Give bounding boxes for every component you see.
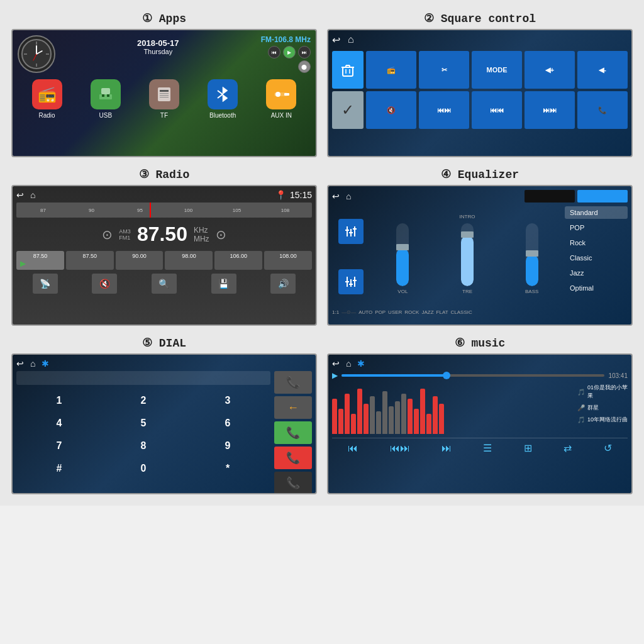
eq-bottom-bar: 1:1 —⊙— AUTO POP USER ROCK JAZZ FLAT CLA… bbox=[332, 309, 628, 315]
eq-back-icon[interactable]: ↩ bbox=[332, 191, 340, 201]
radio-back-icon[interactable]: ↩ bbox=[16, 190, 24, 200]
preset-2[interactable]: 87.50 bbox=[66, 251, 114, 270]
svg-line-19 bbox=[218, 94, 223, 98]
contacts-btn[interactable]: 📞 bbox=[274, 472, 312, 494]
eq-bar-6 bbox=[370, 396, 375, 434]
key-9[interactable]: 9 bbox=[187, 436, 268, 455]
music-prev-btn[interactable]: ⏮ bbox=[344, 441, 362, 455]
app-icon-auxin[interactable]: AUX IN bbox=[266, 79, 296, 119]
key-8[interactable]: 8 bbox=[103, 436, 184, 455]
eq-icon-2[interactable] bbox=[338, 269, 364, 294]
app-icon-radio[interactable]: 📻 Radio bbox=[32, 79, 62, 119]
freq-next-btn[interactable]: ⊙ bbox=[216, 227, 226, 242]
app-icon-bluetooth[interactable]: Bluetooth bbox=[208, 79, 238, 119]
save-btn[interactable]: 💾 bbox=[211, 274, 236, 294]
back-icon[interactable]: ↩ bbox=[332, 34, 340, 46]
preset-4[interactable]: 98.00 bbox=[165, 251, 213, 270]
dial-home-icon[interactable]: ⌂ bbox=[30, 358, 35, 369]
cast-btn[interactable]: 📡 bbox=[33, 274, 58, 294]
progress-track[interactable] bbox=[341, 374, 604, 377]
key-3[interactable]: 3 bbox=[187, 391, 268, 410]
music-nav: ↩ ⌂ ✱ bbox=[332, 358, 628, 369]
radio-home-icon[interactable]: ⌂ bbox=[30, 190, 35, 200]
trash-btn[interactable] bbox=[332, 51, 364, 89]
preset-3[interactable]: 90.00 bbox=[116, 251, 164, 270]
sq-btn-vol-up[interactable]: ◀+ bbox=[525, 51, 575, 89]
search-btn[interactable]: 🔍 bbox=[152, 274, 177, 294]
preset-classic[interactable]: Classic bbox=[565, 252, 628, 264]
call-btn[interactable]: 📞 bbox=[274, 421, 312, 444]
section-title-music: ⑥ music bbox=[455, 336, 506, 350]
sq-btn-scissors[interactable]: ✂ bbox=[419, 51, 469, 89]
backspace-btn[interactable]: ← bbox=[274, 396, 312, 419]
radio-controls: 📡 🔇 🔍 💾 🔊 bbox=[16, 274, 312, 294]
key-6[interactable]: 6 bbox=[187, 414, 268, 433]
sq-btn-mode[interactable]: MODE bbox=[472, 51, 522, 89]
vol-btn[interactable]: 🔊 bbox=[270, 274, 296, 294]
music-next-btn[interactable]: ⏭ bbox=[438, 441, 455, 455]
track-3[interactable]: 🎵 10年网络流行曲 bbox=[577, 416, 628, 424]
dial-bluetooth-icon: ✱ bbox=[42, 358, 49, 369]
location-icon: 📍 bbox=[275, 190, 286, 200]
phone-icon-btn[interactable]: 📞 bbox=[274, 371, 312, 394]
music-shuffle-btn[interactable]: ⇄ bbox=[560, 441, 575, 455]
eq-icon-1[interactable] bbox=[338, 219, 364, 244]
eq-preset-bar bbox=[525, 190, 575, 203]
key-7[interactable]: 7 bbox=[19, 436, 99, 455]
tre-slider[interactable] bbox=[461, 223, 474, 286]
prev-btn[interactable]: ⏮ bbox=[268, 46, 280, 58]
key-5[interactable]: 5 bbox=[103, 414, 184, 433]
sq-btn-vol-down[interactable]: ◀- bbox=[577, 51, 628, 89]
music-back-icon[interactable]: ↩ bbox=[332, 358, 340, 369]
app-icon-tf[interactable]: TF bbox=[149, 79, 179, 119]
sq-btn-mute[interactable]: 🔇 bbox=[366, 91, 416, 129]
track-1[interactable]: 🎵 01你是我的小苹果 bbox=[577, 384, 628, 400]
preset-5[interactable]: 106.00 bbox=[214, 251, 262, 270]
music-home-icon[interactable]: ⌂ bbox=[346, 358, 351, 369]
key-4[interactable]: 4 bbox=[19, 414, 99, 433]
dial-back-icon[interactable]: ↩ bbox=[16, 358, 24, 369]
mute-btn[interactable]: 🔇 bbox=[92, 274, 117, 294]
preset-standard[interactable]: Standard bbox=[565, 206, 628, 219]
sq-btn-radio[interactable]: 📻 bbox=[366, 51, 416, 89]
music-play-pause-btn[interactable]: ⏮⏭ bbox=[386, 441, 414, 455]
key-star[interactable]: * bbox=[187, 459, 268, 478]
tuner-bar[interactable]: 87 90 95 100 105 108 bbox=[16, 203, 312, 218]
preset-6[interactable]: 108.00 bbox=[264, 251, 312, 270]
sq-btn-next[interactable]: ⏭⏭ bbox=[525, 91, 575, 129]
cell-radio: ③ Radio ↩ ⌂ 📍 15:15 87 90 bbox=[6, 162, 322, 331]
preset-jazz[interactable]: Jazz bbox=[565, 267, 628, 279]
bass-slider[interactable] bbox=[526, 223, 538, 286]
sq-btn-prev[interactable]: ⏮⏮ bbox=[472, 91, 522, 129]
music-time: 103:41 bbox=[608, 372, 628, 379]
music-repeat-btn[interactable]: ↺ bbox=[600, 441, 616, 455]
key-0[interactable]: 0 bbox=[103, 459, 184, 478]
progress-handle[interactable] bbox=[443, 372, 450, 379]
app-icon-usb[interactable]: USB bbox=[91, 79, 121, 119]
eq-home-icon[interactable]: ⌂ bbox=[346, 191, 351, 201]
preset-optimal[interactable]: Optimal bbox=[565, 282, 628, 294]
preset-pop[interactable]: POP bbox=[565, 221, 628, 234]
key-2[interactable]: 2 bbox=[103, 391, 184, 410]
freq-prev-btn[interactable]: ⊙ bbox=[102, 227, 113, 242]
vol-slider[interactable] bbox=[396, 223, 409, 286]
preset-1[interactable]: 87.50 ▶ bbox=[16, 251, 64, 270]
check-btn[interactable]: ✓ bbox=[332, 91, 364, 129]
end-call-btn[interactable]: 📞 bbox=[274, 447, 312, 469]
sq-btn-phone[interactable]: 📞 bbox=[577, 91, 628, 129]
key-hash[interactable]: # bbox=[19, 459, 99, 478]
freq-display: ⊙ AM3FM1 87.50 KHz MHz ⊙ bbox=[16, 223, 312, 246]
track-2[interactable]: 🎤 群星 bbox=[577, 404, 628, 412]
preset-rock[interactable]: Rock bbox=[565, 236, 628, 249]
home-icon[interactable]: ⌂ bbox=[348, 34, 354, 46]
play-btn[interactable]: ▶ bbox=[283, 46, 296, 58]
radio-info: FM-106.8 MHz ⏮ ▶ ⏭ ⬤ bbox=[261, 35, 311, 73]
extra-btn[interactable]: ⬤ bbox=[298, 60, 311, 73]
music-grid-btn[interactable]: ⊞ bbox=[520, 441, 536, 455]
next-btn[interactable]: ⏭ bbox=[298, 46, 311, 58]
music-list-btn[interactable]: ☰ bbox=[479, 441, 496, 455]
eq-preset-list: Standard POP Rock Classic Jazz Optimal bbox=[565, 206, 628, 307]
key-1[interactable]: 1 bbox=[19, 391, 99, 410]
sq-btn-playpause[interactable]: ⏮⏭ bbox=[419, 91, 469, 129]
svg-rect-15 bbox=[160, 93, 169, 94]
